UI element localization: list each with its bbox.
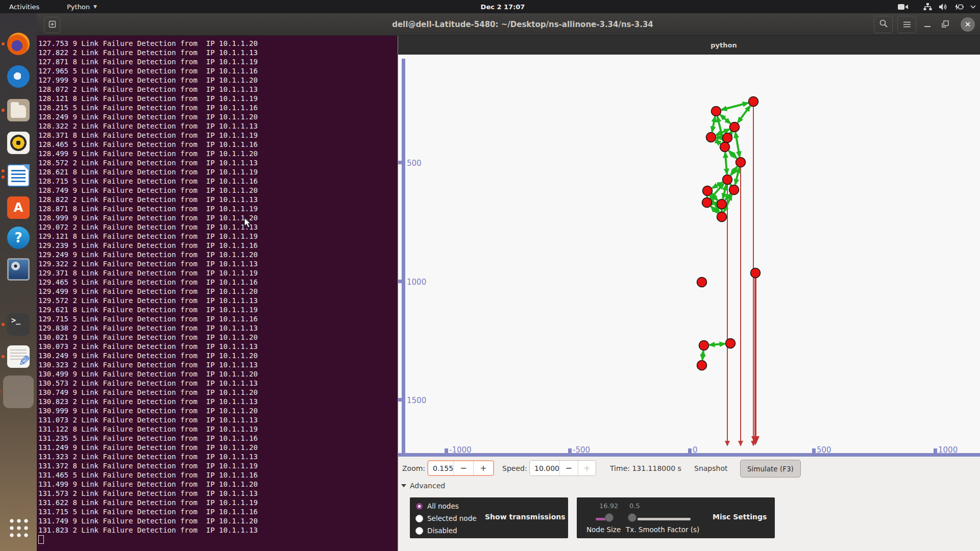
y-tick-label: 1000 bbox=[407, 278, 426, 287]
network-node[interactable] bbox=[723, 175, 732, 185]
speed-value[interactable]: 10.000 bbox=[530, 461, 559, 475]
network-node[interactable] bbox=[717, 212, 727, 222]
simulate-button[interactable]: Simulate (F3) bbox=[740, 460, 801, 478]
terminal-line: 131.499 9 Link Failure Detection from IP… bbox=[38, 480, 398, 489]
terminal-line: 128.072 2 Link Failure Detection from IP… bbox=[38, 85, 398, 94]
radio-unselected-icon[interactable] bbox=[415, 515, 423, 522]
terminal-line: 128.371 8 Link Failure Detection from IP… bbox=[38, 131, 398, 140]
advanced-toggle[interactable]: Advanced bbox=[401, 482, 445, 490]
hamburger-icon bbox=[903, 20, 911, 30]
terminal-line: 128.871 8 Link Failure Detection from IP… bbox=[38, 204, 398, 213]
radio-selected-node[interactable]: Selected node bbox=[415, 514, 477, 523]
network-node[interactable] bbox=[697, 361, 707, 370]
plot-background bbox=[398, 55, 980, 457]
desktop: Activities Python ▼ Dec 2 17:07 bbox=[0, 0, 980, 551]
terminal-line: 131.715 5 Link Failure Detection from IP… bbox=[38, 507, 398, 516]
menu-button[interactable] bbox=[897, 16, 916, 33]
show-transmissions-label[interactable]: Show transmissions bbox=[485, 513, 566, 521]
tx-smooth-slider-track[interactable] bbox=[638, 518, 691, 520]
maximize-button[interactable] bbox=[939, 16, 952, 33]
chevron-down-icon: ▼ bbox=[93, 4, 97, 9]
terminal-line: 131.073 2 Link Failure Detection from IP… bbox=[38, 415, 398, 424]
dock-item-ubuntu-software[interactable] bbox=[7, 196, 30, 219]
zoom-spinbox[interactable]: 0.155 − + bbox=[427, 460, 494, 476]
app-menu-python[interactable]: Python ▼ bbox=[67, 0, 97, 13]
network-node[interactable] bbox=[736, 158, 746, 167]
network-node[interactable] bbox=[712, 107, 721, 116]
terminal-output[interactable]: 127.753 9 Link Failure Detection from IP… bbox=[37, 36, 398, 551]
dock-item-thunderbird[interactable] bbox=[7, 65, 30, 88]
network-node[interactable] bbox=[729, 185, 739, 195]
terminal-line: 130.021 9 Link Failure Detection from IP… bbox=[38, 333, 398, 342]
minimize-button[interactable] bbox=[921, 16, 934, 33]
radio-disabled[interactable]: Disabled bbox=[415, 526, 457, 535]
dock-item-show-applications[interactable] bbox=[8, 517, 29, 538]
running-indicator-dot bbox=[2, 176, 5, 179]
network-canvas[interactable]: 50010001500-1000-50005001000 bbox=[398, 55, 980, 460]
terminal-line: 131.465 5 Link Failure Detection from IP… bbox=[38, 470, 398, 480]
radio-unselected-icon[interactable] bbox=[415, 527, 423, 535]
zoom-increase-button[interactable]: + bbox=[473, 461, 493, 475]
tx-smooth-slider-handle[interactable] bbox=[628, 513, 636, 522]
zoom-value[interactable]: 0.155 bbox=[428, 461, 453, 475]
activities-button[interactable]: Activities bbox=[0, 0, 48, 13]
node-size-slider-handle[interactable] bbox=[605, 513, 614, 522]
misc-settings-button[interactable]: Misc Settings bbox=[713, 513, 767, 521]
dock-item-files[interactable] bbox=[7, 99, 30, 121]
network-node[interactable] bbox=[706, 133, 716, 142]
network-node[interactable] bbox=[717, 199, 727, 209]
terminal-line: 129.121 8 Link Failure Detection from IP… bbox=[38, 232, 398, 241]
terminal-line: 129.371 8 Link Failure Detection from IP… bbox=[38, 268, 398, 278]
close-button[interactable]: ✕ bbox=[961, 17, 975, 32]
terminal-line: 129.715 5 Link Failure Detection from IP… bbox=[38, 314, 398, 323]
network-icon bbox=[923, 3, 932, 11]
network-node[interactable] bbox=[703, 186, 713, 196]
x-tick bbox=[445, 448, 448, 453]
chevron-down-icon bbox=[970, 5, 976, 9]
speed-spinbox[interactable]: 10.000 − + bbox=[529, 460, 596, 476]
status-tray[interactable] bbox=[897, 0, 976, 13]
netanim-titlebar[interactable]: python bbox=[398, 36, 980, 55]
terminal-line: 129.572 2 Link Failure Detection from IP… bbox=[38, 296, 398, 305]
dock-item-unknown-app[interactable] bbox=[3, 375, 34, 408]
y-tick bbox=[398, 280, 402, 283]
screen-record-icon bbox=[897, 3, 909, 11]
terminal-line: 131.249 9 Link Failure Detection from IP… bbox=[38, 443, 398, 452]
radio-label: Selected node bbox=[427, 514, 477, 522]
zoom-decrease-button[interactable]: − bbox=[453, 461, 473, 475]
dock-item-text-editor[interactable] bbox=[7, 345, 30, 368]
window-title: dell@dell-Latitude-5480: ~/Desktop/ns-al… bbox=[51, 13, 980, 36]
dock-item-terminal-app[interactable] bbox=[7, 313, 30, 336]
dock-item-libreoffice-writer[interactable] bbox=[7, 164, 30, 187]
dock-item-media-player[interactable] bbox=[7, 258, 30, 281]
rhythmbox-icon bbox=[7, 132, 30, 154]
radio-selected-icon[interactable] bbox=[415, 503, 423, 510]
network-node[interactable] bbox=[720, 142, 730, 152]
dock-item-rhythmbox[interactable] bbox=[7, 132, 30, 154]
snapshot-button[interactable]: Snapshot bbox=[694, 464, 727, 472]
clock[interactable]: Dec 2 17:07 bbox=[462, 0, 544, 13]
radio-all-nodes[interactable]: All nodes bbox=[415, 502, 459, 511]
network-node[interactable] bbox=[751, 268, 761, 278]
network-node[interactable] bbox=[702, 198, 712, 208]
terminal-line: 128.249 9 Link Failure Detection from IP… bbox=[38, 112, 398, 121]
dock-item-help[interactable] bbox=[7, 227, 30, 249]
terminal-line: 130.073 2 Link Failure Detection from IP… bbox=[38, 342, 398, 351]
minimize-icon bbox=[924, 20, 931, 30]
network-node[interactable] bbox=[699, 341, 709, 350]
terminal-header-bar: dell@dell-Latitude-5480: ~/Desktop/ns-al… bbox=[37, 13, 980, 36]
search-button[interactable] bbox=[874, 16, 893, 33]
radio-label: All nodes bbox=[427, 502, 459, 510]
terminal-line: 131.749 9 Link Failure Detection from IP… bbox=[38, 516, 398, 525]
network-node[interactable] bbox=[726, 339, 736, 348]
speed-decrease-button[interactable]: − bbox=[559, 461, 578, 475]
app-menu-label: Python bbox=[67, 3, 90, 11]
network-node[interactable] bbox=[697, 278, 707, 287]
speed-increase-button[interactable]: + bbox=[578, 461, 596, 475]
wifi-link-edge bbox=[709, 344, 725, 345]
network-node[interactable] bbox=[723, 133, 732, 143]
network-node[interactable] bbox=[730, 122, 740, 132]
network-node[interactable] bbox=[749, 97, 758, 107]
dock-item-firefox[interactable] bbox=[7, 33, 30, 55]
terminal-line: 131.235 5 Link Failure Detection from IP… bbox=[38, 434, 398, 443]
